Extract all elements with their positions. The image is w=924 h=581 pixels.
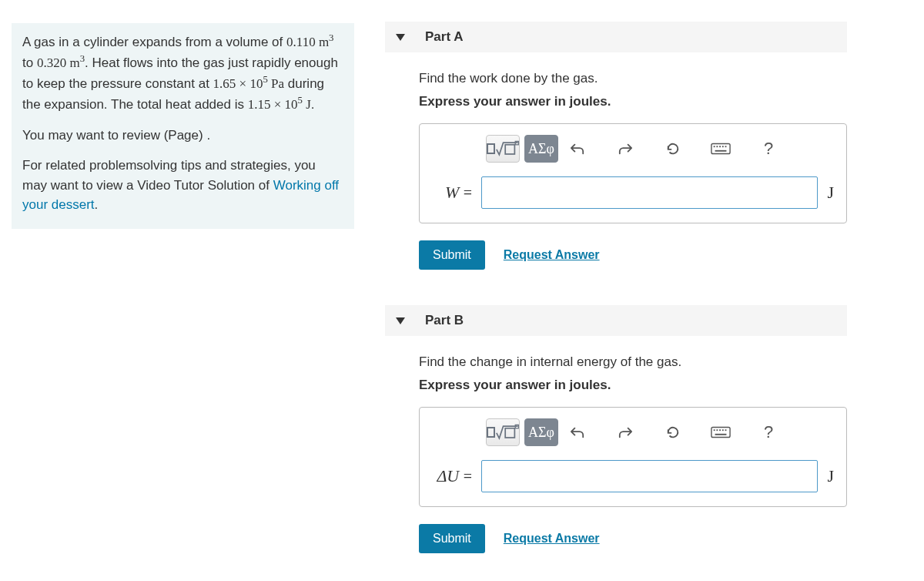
- part-a-instruction: Express your answer in joules.: [419, 94, 847, 109]
- part-b-title: Part B: [425, 313, 464, 328]
- part-a-submit-button[interactable]: Submit: [419, 240, 485, 270]
- svg-rect-9: [506, 428, 515, 438]
- svg-rect-3: [714, 146, 715, 147]
- part-b-unit: J: [827, 466, 834, 486]
- svg-rect-6: [722, 146, 724, 147]
- svg-rect-13: [716, 429, 718, 431]
- problem-text: A gas in a cylinder expands from a volum…: [22, 31, 343, 115]
- part-a-var-label: W =: [432, 183, 472, 203]
- part-a-request-link[interactable]: Request Answer: [504, 248, 600, 262]
- part-a-input-row: W = J: [432, 176, 834, 209]
- redo-icon: [618, 426, 632, 438]
- svg-rect-11: [711, 428, 730, 438]
- part-b-submit-row: Submit Request Answer: [419, 524, 847, 553]
- part-a-unit: J: [827, 183, 834, 203]
- part-a-submit-row: Submit Request Answer: [419, 240, 847, 270]
- part-b-instruction: Express your answer in joules.: [419, 378, 847, 393]
- part-b-body: Find the change in internal energy of th…: [385, 354, 847, 553]
- svg-rect-15: [722, 429, 724, 431]
- keyboard-button[interactable]: [706, 135, 735, 163]
- collapse-icon: [396, 34, 405, 41]
- svg-rect-16: [725, 429, 727, 431]
- problem-statement-panel: A gas in a cylinder expands from a volum…: [12, 23, 354, 229]
- help-button[interactable]: ?: [754, 135, 783, 163]
- part-b-submit-button[interactable]: Submit: [419, 524, 485, 553]
- svg-rect-0: [506, 145, 515, 154]
- reset-icon: [666, 425, 680, 439]
- part-a-header[interactable]: Part A: [385, 22, 847, 52]
- undo-button[interactable]: [563, 135, 592, 163]
- keyboard-icon: [711, 426, 731, 438]
- sqrt-icon: [496, 140, 519, 157]
- reset-button[interactable]: [658, 135, 688, 163]
- svg-rect-8: [715, 150, 727, 152]
- undo-icon: [571, 143, 584, 155]
- part-a-body: Find the work done by the gas. Express y…: [385, 71, 847, 270]
- redo-button[interactable]: [611, 418, 640, 446]
- part-b-toolbar: ΑΣφ ?: [432, 418, 834, 446]
- part-b-question: Find the change in internal energy of th…: [419, 354, 847, 370]
- svg-rect-2: [711, 144, 730, 154]
- review-hint: You may want to review (Page) .: [22, 126, 343, 146]
- part-a-title: Part A: [425, 29, 463, 45]
- rect-icon: [487, 427, 495, 438]
- keyboard-button[interactable]: [706, 418, 735, 446]
- part-a-input[interactable]: [481, 176, 818, 209]
- part-b-header[interactable]: Part B: [385, 305, 847, 336]
- part-b-input[interactable]: [481, 460, 818, 492]
- svg-rect-12: [714, 429, 715, 431]
- redo-icon: [618, 143, 632, 155]
- rect-icon: [487, 143, 495, 154]
- questions-panel: Part A Find the work done by the gas. Ex…: [385, 22, 847, 553]
- part-b-input-row: ΔU = J: [432, 460, 834, 492]
- reset-icon: [666, 142, 680, 156]
- greek-button[interactable]: ΑΣφ: [524, 135, 558, 163]
- reset-button[interactable]: [658, 418, 688, 446]
- undo-icon: [571, 426, 584, 438]
- part-a-question: Find the work done by the gas.: [419, 71, 847, 86]
- part-b-answer-box: ΑΣφ ? ΔU =: [419, 407, 847, 507]
- svg-rect-5: [719, 146, 721, 147]
- part-b-var-label: ΔU =: [432, 466, 472, 486]
- collapse-icon: [396, 317, 405, 324]
- part-a-toolbar: ΑΣφ ?: [432, 135, 834, 163]
- sqrt-icon: [496, 424, 519, 441]
- undo-button[interactable]: [563, 418, 592, 446]
- svg-rect-7: [725, 146, 727, 147]
- greek-button[interactable]: ΑΣφ: [524, 418, 558, 446]
- part-b-request-link[interactable]: Request Answer: [504, 532, 600, 546]
- template-button[interactable]: [486, 135, 520, 163]
- related-tips: For related problemsolving tips and stra…: [22, 156, 343, 215]
- svg-rect-17: [715, 434, 727, 435]
- help-button[interactable]: ?: [754, 418, 783, 446]
- redo-button[interactable]: [611, 135, 640, 163]
- svg-rect-14: [719, 429, 721, 431]
- part-a-answer-box: ΑΣφ ? W =: [419, 123, 847, 223]
- svg-rect-4: [716, 146, 718, 147]
- keyboard-icon: [711, 143, 731, 155]
- template-button[interactable]: [486, 418, 520, 446]
